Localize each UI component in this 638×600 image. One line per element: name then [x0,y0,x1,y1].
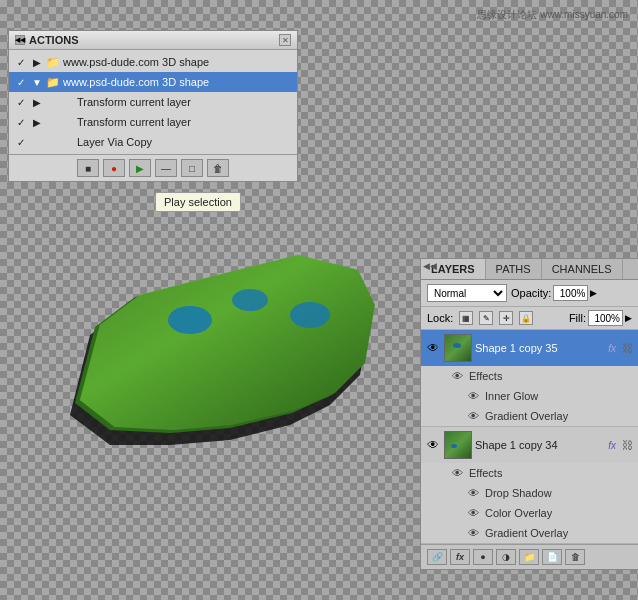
effect-eye-1-1[interactable]: 👁 [465,390,481,402]
stop-btn[interactable]: ■ [77,159,99,177]
new-set-btn[interactable]: □ [181,159,203,177]
fill-arrow[interactable]: ▶ [625,313,632,323]
layers-panel: ◀◀ LAYERS PATHS CHANNELS Normal Multiply… [420,258,638,570]
effect-label-1-1: Inner Glow [481,390,538,402]
lock-position-btn[interactable]: ✛ [499,311,513,325]
effect-item-1-1: 👁 Inner Glow [421,386,638,406]
effect-item-2-3: 👁 Gradient Overlay [421,523,638,543]
blend-mode-select[interactable]: Normal Multiply Screen Overlay [427,284,507,302]
opacity-label: Opacity: [511,287,551,299]
fill-control: Fill: ▶ [569,310,632,326]
effect-label-1-0: Effects [465,370,502,382]
actions-panel: ◀◀ ACTIONS ✕ ✓ ▶ 📁 www.psd-dude.com 3D s… [8,30,298,182]
layer-thumb-2 [444,431,472,459]
effect-item-2-0: 👁 Effects [421,463,638,483]
effect-eye-2-2[interactable]: 👁 [465,507,481,519]
opacity-control: Opacity: ▶ [511,285,597,301]
layers-adjustment-btn[interactable]: ◑ [496,549,516,565]
layers-link-btn[interactable]: 🔗 [427,549,447,565]
effect-eye-2-1[interactable]: 👁 [465,487,481,499]
layer-eye-1[interactable]: 👁 [425,341,441,355]
effect-label-1-2: Gradient Overlay [481,410,568,422]
tab-channels[interactable]: CHANNELS [542,259,623,279]
action-check-1: ✓ [13,57,29,68]
action-label-2: www.psd-dude.com 3D shape [61,76,293,88]
action-check-2: ✓ [13,77,29,88]
tab-paths[interactable]: PATHS [486,259,542,279]
opacity-input[interactable] [553,285,588,301]
lock-label: Lock: [427,312,453,324]
panel-collapse-btn[interactable]: ◀◀ [15,35,25,45]
action-check-3: ✓ [13,97,29,108]
layer-eye-2[interactable]: 👁 [425,438,441,452]
effect-eye-1-2[interactable]: 👁 [465,410,481,422]
effect-eye-2-3[interactable]: 👁 [465,527,481,539]
action-row-5[interactable]: ✓ Layer Via Copy [9,132,297,152]
effect-eye-1-0[interactable]: 👁 [449,370,465,382]
opacity-arrow[interactable]: ▶ [590,288,597,298]
action-row-3[interactable]: ✓ ▶ Transform current layer [9,92,297,112]
lock-transparency-btn[interactable]: ▦ [459,311,473,325]
action-label-4: Transform current layer [61,116,293,128]
effect-eye-2-0[interactable]: 👁 [449,467,465,479]
svg-point-2 [290,302,330,328]
effect-label-2-1: Drop Shadow [481,487,552,499]
panel-double-arrow[interactable]: ◀◀ [423,261,437,271]
watermark: 思缘设计论坛 www.missyuan.com [477,8,628,22]
lock-row: Lock: ▦ ✎ ✛ 🔒 Fill: ▶ [421,307,638,330]
actions-panel-title: ACTIONS [29,34,79,46]
svg-point-1 [232,289,268,311]
effect-item-1-0: 👁 Effects [421,366,638,386]
action-expand-3[interactable]: ▶ [29,97,45,108]
grass-3d-shape [20,195,400,485]
svg-point-0 [168,306,212,334]
lock-all-btn[interactable]: 🔒 [519,311,533,325]
new-action-btn[interactable]: — [155,159,177,177]
layers-new-btn[interactable]: 📄 [542,549,562,565]
delete-btn[interactable]: 🗑 [207,159,229,177]
fill-label: Fill: [569,312,586,324]
play-btn[interactable]: ▶ [129,159,151,177]
record-btn[interactable]: ● [103,159,125,177]
layer-fx-1[interactable]: fx [608,343,616,354]
action-label-1: www.psd-dude.com 3D shape [61,56,293,68]
action-row-2[interactable]: ✓ ▼ 📁 www.psd-dude.com 3D shape [9,72,297,92]
action-folder-2: 📁 [45,76,61,89]
layers-group-btn[interactable]: 📁 [519,549,539,565]
action-expand-4[interactable]: ▶ [29,117,45,128]
layer-item-2: 👁 Shape 1 copy 34 fx ⛓ 👁 Effects 👁 Drop … [421,427,638,544]
layer-thumb-1 [444,334,472,362]
layer-name-2: Shape 1 copy 34 [475,439,608,451]
layer-chain-2: ⛓ [620,439,634,451]
layer-chain-1: ⛓ [620,342,634,354]
actions-panel-close[interactable]: ✕ [279,34,291,46]
action-check-4: ✓ [13,117,29,128]
effect-item-2-2: 👁 Color Overlay [421,503,638,523]
effect-item-1-2: 👁 Gradient Overlay [421,406,638,426]
action-label-5: Layer Via Copy [61,136,293,148]
layers-mask-btn[interactable]: ● [473,549,493,565]
actions-titlebar: ◀◀ ACTIONS ✕ [9,31,297,50]
action-row-1[interactable]: ✓ ▶ 📁 www.psd-dude.com 3D shape [9,52,297,72]
layer-row-2[interactable]: 👁 Shape 1 copy 34 fx ⛓ [421,427,638,463]
effect-label-2-3: Gradient Overlay [481,527,568,539]
action-expand-2[interactable]: ▼ [29,77,45,88]
layers-tabs: LAYERS PATHS CHANNELS [421,259,638,280]
play-tooltip: Play selection [155,192,241,212]
layers-toolbar: 🔗 fx ● ◑ 📁 📄 🗑 [421,544,638,569]
actions-toolbar: ■ ● ▶ — □ 🗑 [9,154,297,181]
layers-fx-btn[interactable]: fx [450,549,470,565]
layer-item-1: 👁 Shape 1 copy 35 fx ⛓ 👁 Effects 👁 Inner… [421,330,638,427]
layer-fx-2[interactable]: fx [608,440,616,451]
effect-item-2-1: 👁 Drop Shadow [421,483,638,503]
lock-pixels-btn[interactable]: ✎ [479,311,493,325]
action-folder-1: 📁 [45,56,61,69]
action-row-4[interactable]: ✓ ▶ Transform current layer [9,112,297,132]
actions-content: ✓ ▶ 📁 www.psd-dude.com 3D shape ✓ ▼ 📁 ww… [9,50,297,154]
layers-delete-btn[interactable]: 🗑 [565,549,585,565]
layer-row-1[interactable]: 👁 Shape 1 copy 35 fx ⛓ [421,330,638,366]
action-check-5: ✓ [13,137,29,148]
action-expand-1[interactable]: ▶ [29,57,45,68]
fill-input[interactable] [588,310,623,326]
effect-label-2-0: Effects [465,467,502,479]
